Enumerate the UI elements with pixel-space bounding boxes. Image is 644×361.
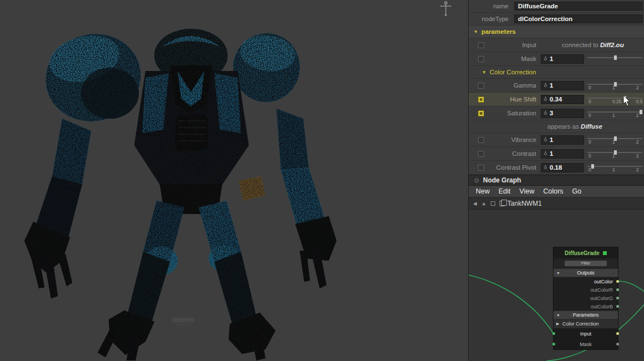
node-title: DiffuseGrade <box>565 250 600 256</box>
param-value-field[interactable]: 1 <box>541 149 584 159</box>
name-label: name <box>469 3 514 9</box>
param-state-icon[interactable] <box>478 137 484 143</box>
param-slider[interactable]: 012 <box>587 133 644 146</box>
collapse-triangle-icon[interactable]: ▼ <box>474 29 478 34</box>
tab-label: TankNWM1 <box>507 200 542 207</box>
node-diffusegrade[interactable]: DiffuseGrade Filter ▼ Outputs outColor o… <box>553 247 618 350</box>
node-type-row: nodeType dlColorCorrection <box>469 13 644 26</box>
value-policy-icon <box>544 98 547 101</box>
filter-button[interactable]: Filter <box>565 261 607 266</box>
color-correction-group-header[interactable]: ▼ Color Correction <box>469 66 644 79</box>
param-value: 0.18 <box>550 164 562 171</box>
collapse-triangle-icon[interactable]: ▼ <box>556 313 560 317</box>
menu-colors[interactable]: Colors <box>539 187 567 195</box>
param-slider[interactable]: 00.250.5 <box>587 93 644 106</box>
input-port-dot[interactable] <box>552 343 555 345</box>
port-label: outColorB <box>591 304 613 309</box>
param-state-icon-modified[interactable] <box>478 96 484 103</box>
back-arrow-icon[interactable]: ◀ <box>473 201 477 206</box>
node-name-row: name DiffuseGrade <box>469 0 644 13</box>
menu-view[interactable]: View <box>515 187 539 195</box>
input-connection-text[interactable]: connected to Diff2.ou <box>541 42 644 48</box>
param-value-field[interactable]: 1 <box>541 81 584 90</box>
node-color-correction-section[interactable]: ▶ Color Correction <box>554 319 618 328</box>
port-row-outcolorb[interactable]: outColorB <box>554 302 618 311</box>
port-row-mask[interactable]: Mask <box>554 339 618 349</box>
param-label: Hue Shift <box>484 96 541 103</box>
name-field[interactable]: DiffuseGrade <box>514 2 643 11</box>
output-port-dot[interactable] <box>616 305 619 308</box>
param-value-field[interactable]: 0.34 <box>541 95 584 104</box>
param-row-mask: Mask 1 <box>469 52 644 66</box>
port-row-outcolor[interactable]: outColor <box>554 277 618 286</box>
node-graph-panel-header[interactable]: Node Graph <box>469 175 644 186</box>
axis-gizmo-icon[interactable] <box>439 0 453 18</box>
node-parameters-section[interactable]: ▼ Parameters <box>554 311 618 319</box>
parameters-group-label: parameters <box>481 28 516 35</box>
param-value-field[interactable]: 3 <box>541 109 584 118</box>
param-row-saturation: Saturation 3 012 <box>469 106 644 120</box>
menu-edit[interactable]: Edit <box>494 187 515 195</box>
param-value: 1 <box>550 136 553 143</box>
appears-as-note-row: appears as Diffuse <box>469 120 644 133</box>
param-label: Saturation <box>484 110 541 116</box>
menu-new[interactable]: New <box>471 187 494 195</box>
param-state-icon[interactable] <box>478 56 484 62</box>
output-port-dot[interactable] <box>616 343 619 345</box>
expand-triangle-icon[interactable]: ▶ <box>556 322 559 326</box>
value-policy-icon <box>544 58 547 60</box>
param-slider[interactable]: 012 <box>587 79 644 92</box>
node-title-bar[interactable]: DiffuseGrade <box>554 247 618 258</box>
param-label: Contrast <box>484 150 541 157</box>
scene-page-icon <box>500 201 505 206</box>
node-graph-canvas[interactable]: DiffuseGrade Filter ▼ Outputs outColor o… <box>469 210 644 361</box>
viewport-3d[interactable] <box>0 0 468 361</box>
collapse-triangle-icon[interactable]: ▼ <box>482 70 486 75</box>
param-slider[interactable]: 012 <box>587 147 644 160</box>
connected-node-link[interactable]: Diff2.ou <box>600 42 624 48</box>
port-row-outcolorg[interactable]: outColorG <box>554 294 618 302</box>
param-value: 0.34 <box>550 96 562 103</box>
param-slider[interactable]: 012 <box>587 161 644 174</box>
port-row-outcolorr[interactable]: outColorR <box>554 286 618 294</box>
param-value: 3 <box>550 110 553 116</box>
port-label: outColor <box>594 279 613 284</box>
parameters-group-header[interactable]: ▼ parameters <box>469 26 644 38</box>
param-label: Contrast Pivot <box>484 164 541 171</box>
param-label: Vibrance <box>484 136 541 143</box>
param-slider[interactable] <box>587 52 644 65</box>
param-value-field[interactable]: 1 <box>541 54 584 64</box>
param-state-icon[interactable] <box>478 83 484 89</box>
param-value: 1 <box>550 82 553 89</box>
collapse-triangle-icon[interactable]: ▼ <box>556 271 560 275</box>
output-port-dot[interactable] <box>616 332 619 335</box>
node-graph-menubar: New Edit View Colors Go <box>469 186 644 197</box>
tab-tanknwm1[interactable]: TankNWM1 <box>500 200 542 207</box>
node-graph-tabbar: ◀ ▲ TankNWM1 <box>469 197 644 210</box>
node-graph-panel-title: Node Graph <box>483 176 521 184</box>
up-arrow-icon[interactable]: ▲ <box>481 201 486 206</box>
appears-as-note: appears as Diffuse <box>469 123 602 130</box>
output-port-dot[interactable] <box>616 297 619 299</box>
panel-dot-icon <box>475 179 479 182</box>
param-state-icon-modified[interactable] <box>478 110 484 116</box>
input-port-dot[interactable] <box>552 332 555 335</box>
value-policy-icon <box>544 152 547 155</box>
port-label: Mask <box>580 342 592 347</box>
param-value-field[interactable]: 1 <box>541 135 584 145</box>
param-state-icon[interactable] <box>478 42 484 48</box>
menu-go[interactable]: Go <box>568 187 586 195</box>
port-row-input[interactable]: Input <box>554 328 618 339</box>
param-state-icon[interactable] <box>478 165 484 171</box>
param-label: Mask <box>484 55 541 62</box>
view-box-icon[interactable] <box>491 201 495 206</box>
output-port-dot[interactable] <box>616 280 619 283</box>
application-window: name DiffuseGrade nodeType dlColorCorrec… <box>0 0 644 361</box>
nodetype-field[interactable]: dlColorCorrection <box>514 14 643 23</box>
param-state-icon[interactable] <box>478 151 484 157</box>
param-value-field[interactable]: 0.18 <box>541 163 584 172</box>
output-port-dot[interactable] <box>616 288 619 291</box>
value-policy-icon <box>544 112 547 115</box>
param-slider[interactable]: 012 <box>587 106 644 120</box>
node-outputs-section[interactable]: ▼ Outputs <box>554 268 618 277</box>
